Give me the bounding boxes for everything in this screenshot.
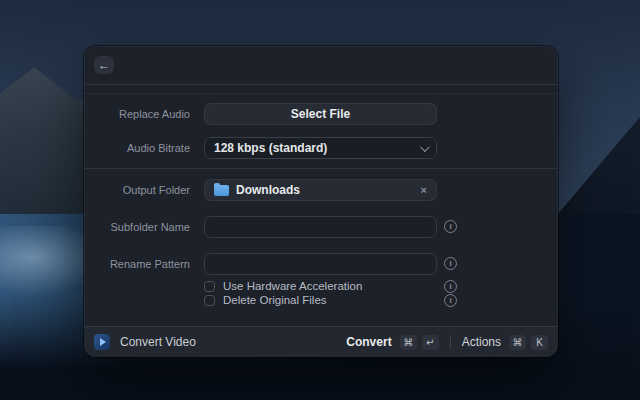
- cmd-key-icon: ⌘: [509, 335, 526, 350]
- delete-original-label: Delete Original Files: [223, 294, 327, 306]
- audio-bitrate-value: 128 kbps (standard): [214, 141, 327, 155]
- select-file-button[interactable]: Select File: [204, 103, 437, 125]
- desktop: ← Replace Audio Select File Audio Bitrat…: [0, 0, 640, 400]
- rename-pattern-info-icon[interactable]: i: [444, 257, 457, 270]
- chevron-down-icon: [420, 142, 430, 152]
- window-header: ←: [84, 46, 558, 84]
- app-name: Convert Video: [120, 335, 196, 349]
- hardware-acceleration-checkbox[interactable]: [204, 281, 215, 292]
- header-divider: [84, 84, 558, 85]
- subfolder-name-input[interactable]: [204, 216, 437, 238]
- delete-original-row: Delete Original Files: [204, 294, 327, 306]
- rename-pattern-label: Rename Pattern: [84, 258, 190, 270]
- audio-bitrate-dropdown[interactable]: 128 kbps (standard): [204, 137, 437, 159]
- output-folder-label: Output Folder: [84, 184, 190, 196]
- hardware-acceleration-label: Use Hardware Acceleration: [223, 280, 362, 292]
- convert-video-app-icon: [94, 334, 110, 350]
- output-folder-field[interactable]: Downloads ×: [204, 179, 437, 201]
- actions-menu-button[interactable]: Actions: [462, 335, 501, 349]
- rename-pattern-input[interactable]: [204, 253, 437, 275]
- footer-divider: [450, 335, 451, 349]
- back-arrow-icon: ←: [98, 58, 110, 72]
- action-bar: Convert Video Convert ⌘ ↵ Actions ⌘ K: [84, 326, 558, 357]
- cmd-key-icon: ⌘: [400, 335, 417, 350]
- delete-original-info-icon[interactable]: i: [444, 294, 457, 307]
- section-divider: [84, 168, 558, 169]
- clear-folder-icon[interactable]: ×: [421, 185, 427, 196]
- select-file-button-label: Select File: [291, 107, 350, 121]
- info-glyph: i: [449, 222, 451, 231]
- replace-audio-label: Replace Audio: [84, 108, 190, 120]
- info-glyph: i: [449, 259, 451, 268]
- hardware-acceleration-row: Use Hardware Acceleration: [204, 280, 362, 292]
- info-glyph: i: [449, 282, 451, 291]
- subfolder-name-label: Subfolder Name: [84, 221, 190, 233]
- k-key-icon: K: [531, 335, 548, 350]
- output-folder-value: Downloads: [236, 183, 300, 197]
- hardware-acceleration-info-icon[interactable]: i: [444, 280, 457, 293]
- back-button[interactable]: ←: [94, 56, 114, 74]
- audio-bitrate-label: Audio Bitrate: [84, 142, 190, 154]
- delete-original-checkbox[interactable]: [204, 295, 215, 306]
- folder-icon: [214, 185, 229, 196]
- scroll-edge-divider: [84, 93, 558, 94]
- convert-action-button[interactable]: Convert: [346, 335, 391, 349]
- footer-actions: Convert ⌘ ↵ Actions ⌘ K: [346, 335, 548, 350]
- info-glyph: i: [449, 296, 451, 305]
- enter-key-icon: ↵: [422, 335, 439, 350]
- subfolder-info-icon[interactable]: i: [444, 220, 457, 233]
- convert-video-window: ← Replace Audio Select File Audio Bitrat…: [84, 46, 558, 357]
